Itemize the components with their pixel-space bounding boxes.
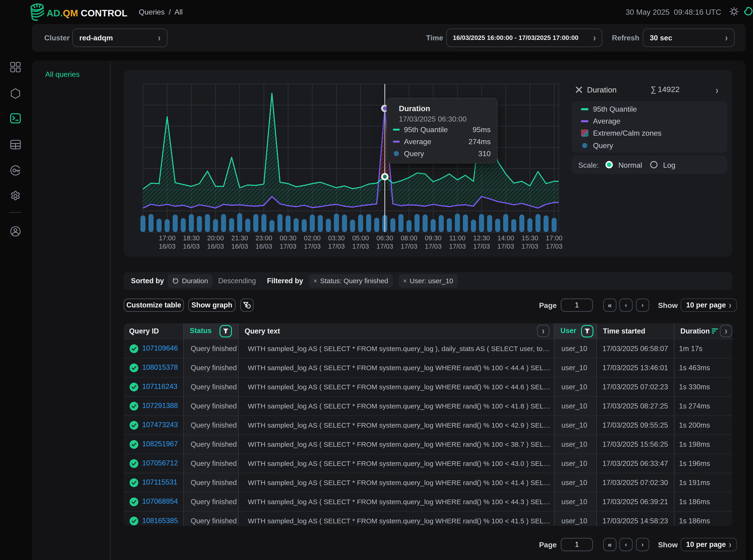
svg-text:11:00: 11:00 xyxy=(449,234,466,242)
svg-text:09:30: 09:30 xyxy=(425,234,442,242)
svg-text:00:30: 00:30 xyxy=(280,234,297,242)
svg-text:17/03: 17/03 xyxy=(280,243,297,250)
svg-text:06:30: 06:30 xyxy=(376,234,393,242)
svg-text:18:30: 18:30 xyxy=(183,234,200,242)
svg-text:17/03: 17/03 xyxy=(546,243,563,250)
svg-text:17/03: 17/03 xyxy=(473,243,490,250)
svg-text:23:00: 23:00 xyxy=(256,234,272,242)
svg-text:16/03: 16/03 xyxy=(256,243,272,250)
svg-text:17/03: 17/03 xyxy=(376,243,393,250)
svg-text:03:30: 03:30 xyxy=(328,234,345,242)
svg-text:21:30: 21:30 xyxy=(231,234,248,242)
svg-text:08:00: 08:00 xyxy=(401,234,418,242)
svg-text:16/03: 16/03 xyxy=(231,243,248,250)
svg-text:17/03: 17/03 xyxy=(425,243,442,250)
svg-text:02:00: 02:00 xyxy=(304,234,321,242)
svg-text:17:00: 17:00 xyxy=(546,234,563,242)
svg-text:17/03: 17/03 xyxy=(328,243,345,250)
svg-text:14:00: 14:00 xyxy=(497,234,514,242)
svg-text:17/03: 17/03 xyxy=(522,243,538,250)
svg-text:17:00: 17:00 xyxy=(159,234,176,242)
svg-text:17/03: 17/03 xyxy=(304,243,321,250)
svg-text:16/03: 16/03 xyxy=(183,243,200,250)
svg-text:17/03: 17/03 xyxy=(352,243,369,250)
svg-text:12:30: 12:30 xyxy=(473,234,490,242)
svg-text:20:00: 20:00 xyxy=(207,234,224,242)
svg-text:05:00: 05:00 xyxy=(352,234,369,242)
svg-text:15:30: 15:30 xyxy=(522,234,538,242)
svg-text:17/03: 17/03 xyxy=(449,243,466,250)
svg-text:17/03: 17/03 xyxy=(401,243,418,250)
svg-text:17/03: 17/03 xyxy=(497,243,514,250)
svg-text:16/03: 16/03 xyxy=(159,243,176,250)
svg-text:16/03: 16/03 xyxy=(207,243,224,250)
